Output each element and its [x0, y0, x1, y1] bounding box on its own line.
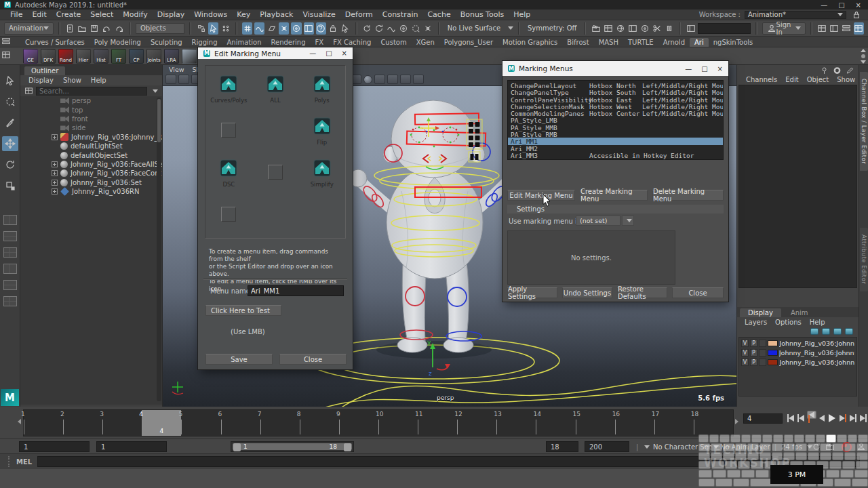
expand-icon[interactable] — [52, 170, 58, 176]
shelf-tab-custom[interactable]: Custom — [376, 38, 411, 47]
layer-menu-layers[interactable]: Layers — [741, 319, 770, 326]
marking-menu-empty-slot[interactable] — [205, 112, 252, 154]
shelf-tab-motion-graphics[interactable]: Motion Graphics — [498, 38, 562, 47]
snap-to-point-button[interactable] — [279, 22, 289, 35]
select-component-button[interactable] — [220, 22, 231, 35]
face-picker-panel[interactable] — [467, 119, 482, 162]
expand-icon[interactable] — [52, 134, 58, 140]
joints-xray-icon[interactable] — [413, 75, 424, 84]
layer-tab-display[interactable]: Display — [740, 308, 781, 317]
dialog-close-button[interactable]: × — [342, 49, 347, 57]
window-maximize-button[interactable]: □ — [838, 1, 844, 9]
shelf-tab-ari[interactable]: Ari — [690, 38, 709, 47]
shelf-gear-icon[interactable] — [1, 50, 11, 60]
outliner-menu-display[interactable]: Display — [24, 77, 58, 84]
selection-mask-dropdown[interactable]: Objects — [136, 23, 185, 34]
edit-dialog-titlebar[interactable]: M Edit Marking Menu — □ × — [198, 47, 353, 59]
click-here-to-test-button[interactable]: Click Here to Test — [205, 305, 281, 316]
pin-icon[interactable] — [820, 66, 829, 75]
menu-file[interactable]: File — [5, 10, 27, 19]
marking-menu-item-icon[interactable] — [313, 117, 331, 137]
tab-attribute-editor[interactable]: Attribute Editor — [860, 228, 868, 291]
step-back-frame-button[interactable] — [797, 411, 806, 426]
play-backwards-button[interactable] — [817, 411, 827, 426]
edit-channels-icon[interactable] — [846, 66, 854, 75]
layer-playback-toggle[interactable]: P — [750, 359, 757, 366]
menu-name-input[interactable] — [248, 285, 344, 296]
marking-menu-row-pa_style_rmb[interactable]: PA_Style_RMB — [508, 131, 723, 138]
layer-color-swatch[interactable] — [768, 340, 778, 346]
marking-menu-item-icon[interactable] — [220, 159, 237, 179]
step-forward-frame-button[interactable] — [848, 411, 857, 426]
camera-icon[interactable] — [165, 75, 176, 84]
lock-selection-button[interactable] — [328, 22, 338, 35]
timeline-frame-15[interactable]: 15 — [576, 410, 615, 436]
timeline-track[interactable]: 1234456789101112131415161718 — [23, 409, 734, 436]
snap-to-curve-button[interactable] — [254, 22, 264, 35]
shelf-button-ft[interactable]: FT — [111, 49, 126, 64]
shelf-tab-arnold[interactable]: Arnold — [658, 38, 690, 47]
marking-menu-slot-simplify[interactable]: Simplify — [298, 154, 345, 196]
restore-defaults-button[interactable]: Restore Defaults — [617, 287, 667, 298]
timeline-scroll-right-icon[interactable] — [735, 419, 738, 424]
display-toggle-icon[interactable] — [833, 66, 842, 75]
marking-menu-slot-all[interactable]: ALL — [252, 70, 299, 112]
marking-menu-slot-dsc[interactable]: DSC — [205, 154, 252, 196]
history-rotate-button[interactable] — [374, 22, 384, 35]
window-close-button[interactable]: × — [856, 1, 861, 9]
move-layer-up-icon[interactable] — [810, 328, 818, 335]
outliner-item-persp[interactable]: persp — [20, 96, 162, 105]
search-input[interactable] — [698, 23, 750, 34]
outliner-item-defaultlightset[interactable]: defaultLightSet — [20, 142, 162, 150]
marking-menu-row-ari_mm2[interactable]: Ari_MM2 — [508, 145, 723, 152]
dialog-close-button[interactable]: × — [717, 65, 723, 73]
timeline-frame-10[interactable]: 10 — [378, 410, 418, 436]
snap-to-grid-button[interactable] — [242, 22, 252, 35]
shelf-button-ge[interactable]: GE — [23, 49, 38, 64]
timeline-frame-6[interactable]: 6 — [221, 410, 260, 436]
depth-of-field-icon[interactable] — [374, 75, 385, 84]
shelf-tab-poly-modeling[interactable]: Poly Modeling — [90, 38, 146, 47]
playback-end-field[interactable]: 18 — [546, 441, 578, 452]
layout-persp-outliner-button[interactable] — [3, 264, 17, 274]
channel-box-menu-edit[interactable]: Edit — [782, 76, 802, 83]
expand-icon[interactable] — [52, 161, 58, 167]
marking-menu-empty-slot[interactable] — [252, 154, 299, 196]
expand-icon[interactable] — [52, 180, 58, 186]
marking-menu-item-icon[interactable] — [313, 75, 331, 95]
layer-color-swatch[interactable] — [768, 359, 778, 365]
outliner-item-johnny-rig-v036-faceallset[interactable]: Johnny_Rig_v036:FaceAllSet — [20, 160, 162, 169]
range-slider[interactable]: 1 18 — [231, 441, 354, 452]
snap-to-center-button[interactable] — [291, 22, 301, 35]
marking-menu-item-icon[interactable] — [220, 75, 237, 95]
current-frame-field[interactable]: 4 — [743, 413, 783, 424]
step-back-key-button[interactable] — [807, 411, 816, 419]
toon-button[interactable] — [639, 22, 650, 35]
layer-playback-toggle[interactable]: P — [750, 349, 757, 357]
timeline-frame-12[interactable]: 12 — [457, 410, 496, 436]
layer-menu-help[interactable]: Help — [806, 319, 829, 326]
play-forwards-button[interactable] — [827, 411, 837, 426]
move-tool-button[interactable] — [2, 136, 18, 151]
layer-display-type-toggle[interactable] — [759, 359, 766, 366]
outliner-item-johnny-rig-v036-facecontrolset[interactable]: Johnny_Rig_v036:FaceControlSet — [20, 169, 162, 178]
marking-menu-slot-flip[interactable]: Flip — [298, 112, 345, 154]
animation-end-field[interactable]: 200 — [585, 441, 629, 452]
modeling-toolkit-button[interactable] — [686, 22, 696, 35]
scroll-down-icon[interactable] — [861, 60, 866, 64]
shelf-tab-rendering[interactable]: Rendering — [266, 38, 310, 47]
history-curve-button[interactable] — [387, 22, 397, 35]
render-region-button[interactable] — [603, 22, 613, 35]
history-center-button[interactable] — [399, 22, 409, 35]
layer-tab-anim[interactable]: Anim — [783, 308, 816, 317]
range-end-handle[interactable] — [344, 443, 351, 451]
apply-settings-button[interactable]: Apply Settings — [507, 287, 557, 298]
lasso-tool-button[interactable] — [2, 94, 18, 109]
menu-select[interactable]: Select — [85, 10, 118, 19]
timeline-frame-9[interactable]: 9 — [339, 410, 378, 436]
outliner-filter-icon[interactable] — [24, 87, 33, 96]
outliner-tab[interactable]: Outliner — [24, 66, 65, 75]
history-lasso-button[interactable] — [411, 22, 421, 35]
timeline-scroll-left-icon[interactable] — [18, 419, 21, 424]
timeline-frame-7[interactable]: 7 — [260, 410, 300, 436]
